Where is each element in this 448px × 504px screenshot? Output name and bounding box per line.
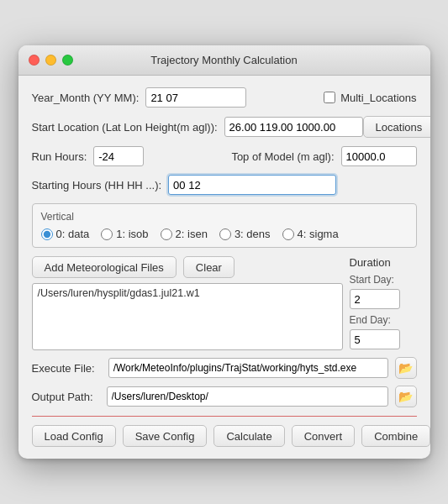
folder-icon: 📂 [398, 361, 413, 375]
radio-input-1[interactable] [101, 228, 113, 240]
start-day-label: Start Day: [350, 274, 417, 286]
radio-option-3[interactable]: 3: dens [219, 228, 271, 240]
multi-locations-checkbox[interactable] [324, 92, 335, 103]
combine-button[interactable]: Combine [361, 425, 430, 447]
output-path-input[interactable] [107, 386, 388, 407]
duration-section: Duration Start Day: End Day: [350, 256, 417, 349]
multi-locations-label: Multi_Locations [340, 92, 416, 104]
start-location-row: Start Location (Lat Lon Height(m agl)): … [32, 116, 417, 138]
run-hours-label: Run Hours: [32, 150, 87, 163]
radio-input-2[interactable] [161, 228, 172, 240]
output-label: Output Path: [32, 391, 93, 403]
end-day-label: End Day: [350, 314, 417, 326]
year-month-label: Year_Month (YY MM): [32, 92, 140, 104]
radio-option-1[interactable]: 1: isob [101, 228, 148, 240]
output-path-row: Output Path: 📂 [32, 386, 417, 407]
met-btn-row: Add Meteorological Files Clear [32, 256, 343, 278]
vertical-radio-group: 0: data 1: isob 2: isen 3: dens 4: sigma [41, 228, 408, 240]
radio-label-0: 0: data [56, 228, 90, 240]
window-title: Trajectory Monthly Calculation [150, 54, 297, 66]
radio-label-1: 1: isob [116, 228, 148, 240]
vertical-section: Vertical 0: data 1: isob 2: isen 3: dens [32, 203, 417, 248]
radio-option-2[interactable]: 2: isen [161, 228, 208, 240]
execute-label: Execute File: [32, 362, 95, 375]
traffic-lights [29, 55, 73, 66]
titlebar: Trajectory Monthly Calculation [18, 45, 430, 76]
content-area: Year_Month (YY MM): Multi_Locations Star… [18, 76, 430, 459]
end-day-field: End Day: [350, 314, 417, 349]
start-day-field: Start Day: [350, 274, 417, 309]
execute-file-row: Execute File: 📂 [32, 357, 417, 379]
starting-hours-row: Starting Hours (HH HH ...): [32, 175, 417, 195]
met-file-path: /Users/luren/hysplit/gdas1.jul21.w1 [38, 287, 200, 299]
save-config-button[interactable]: Save Config [123, 425, 208, 447]
multi-locations-right: Multi_Locations [324, 92, 416, 104]
year-month-left: Year_Month (YY MM): [32, 87, 247, 108]
locations-button[interactable]: Locations [363, 116, 430, 138]
starting-hours-label: Starting Hours (HH HH ...): [32, 179, 162, 192]
start-location-input[interactable] [224, 117, 363, 137]
convert-button[interactable]: Convert [292, 425, 356, 447]
add-met-files-button[interactable]: Add Meteorological Files [32, 256, 177, 278]
folder-icon-2: 📂 [398, 390, 413, 403]
load-config-button[interactable]: Load Config [32, 425, 116, 447]
met-files-row: Add Meteorological Files Clear /Users/lu… [32, 256, 417, 350]
starting-hours-input[interactable] [168, 175, 336, 195]
minimize-button[interactable] [45, 55, 56, 66]
top-model-label: Top of Model (m agl): [231, 150, 334, 163]
start-location-label: Start Location (Lat Lon Height(m agl)): [32, 121, 218, 134]
end-day-input[interactable] [350, 329, 400, 349]
radio-label-3: 3: dens [235, 228, 271, 240]
close-button[interactable] [29, 55, 40, 66]
met-files-list[interactable]: /Users/luren/hysplit/gdas1.jul21.w1 [32, 283, 343, 350]
year-month-row: Year_Month (YY MM): Multi_Locations [32, 87, 417, 108]
clear-button[interactable]: Clear [183, 256, 235, 278]
radio-option-0[interactable]: 0: data [41, 228, 90, 240]
start-day-input[interactable] [350, 289, 400, 309]
maximize-button[interactable] [62, 55, 73, 66]
top-model-input[interactable] [341, 146, 417, 166]
radio-label-2: 2: isen [176, 228, 208, 240]
main-window: Trajectory Monthly Calculation Year_Mont… [18, 45, 430, 459]
divider [32, 416, 417, 417]
year-month-input[interactable] [145, 87, 246, 108]
radio-input-4[interactable] [282, 228, 294, 240]
calculate-button[interactable]: Calculate [213, 425, 284, 447]
execute-file-input[interactable] [108, 358, 388, 378]
duration-title: Duration [350, 256, 417, 269]
radio-input-0[interactable] [41, 228, 53, 240]
radio-input-3[interactable] [219, 228, 231, 240]
output-browse-button[interactable]: 📂 [395, 386, 417, 407]
radio-label-4: 4: sigma [298, 228, 339, 240]
met-files-section: Add Meteorological Files Clear /Users/lu… [32, 256, 343, 350]
vertical-title: Vertical [41, 211, 408, 223]
run-hours-row: Run Hours: Top of Model (m agl): [32, 146, 417, 166]
execute-browse-button[interactable]: 📂 [395, 357, 417, 379]
bottom-buttons: Load Config Save Config Calculate Conver… [32, 425, 417, 447]
run-hours-input[interactable] [93, 146, 144, 166]
radio-option-4[interactable]: 4: sigma [282, 228, 339, 240]
